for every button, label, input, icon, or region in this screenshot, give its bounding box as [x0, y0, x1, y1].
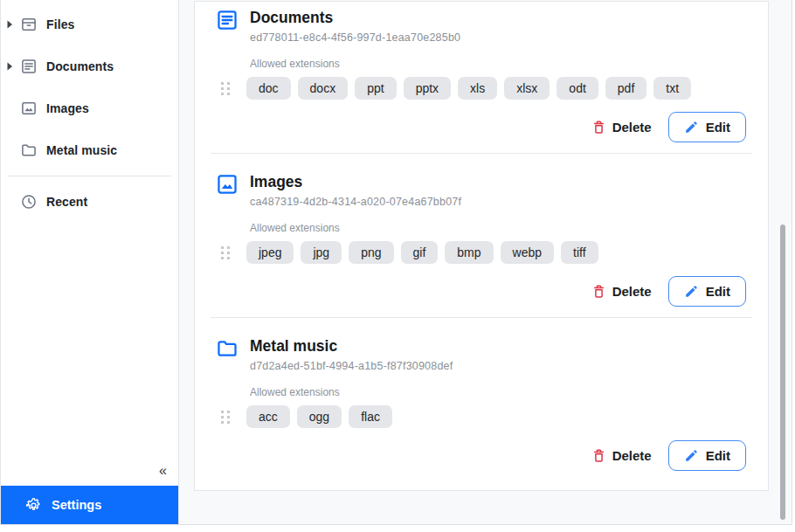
sidebar-nav: Files Documents: [1, 0, 178, 223]
extension-chip: webp: [501, 241, 554, 264]
entry-metal-music: Metal music d7d2a4ed-51bf-4994-a1b5-f87f…: [195, 318, 768, 490]
entry-title: Images: [250, 173, 461, 191]
image-icon: [216, 173, 238, 196]
image-icon: [20, 100, 38, 117]
extension-chip: jpeg: [246, 241, 294, 264]
scrollbar-thumb[interactable]: [780, 225, 785, 520]
sidebar-item-documents[interactable]: Documents: [1, 45, 178, 87]
extension-chips: docdocxpptpptxxlsxlsxodtpdftxt: [246, 77, 698, 100]
sidebar-item-label: Recent: [46, 195, 87, 209]
sidebar: Files Documents: [1, 0, 179, 524]
sidebar-item-files[interactable]: Files: [1, 3, 178, 45]
allowed-extensions-label: Allowed extensions: [250, 222, 746, 234]
entry-uuid: ed778011-e8c4-4f56-997d-1eaa70e285b0: [250, 31, 460, 44]
extension-chip: odt: [556, 77, 598, 100]
extension-chip: png: [349, 241, 393, 264]
extension-chip: ppt: [355, 77, 396, 100]
extension-chip: acc: [246, 405, 290, 428]
entry-title-block: Images ca487319-4d2b-4314-a020-07e4a67bb…: [250, 173, 461, 208]
extensions-row: docdocxpptpptxxlsxlsxodtpdftxt: [216, 77, 746, 100]
extension-chip: bmp: [445, 241, 493, 264]
entry-images: Images ca487319-4d2b-4314-a020-07e4a67bb…: [195, 154, 768, 317]
extension-chip: doc: [246, 77, 291, 100]
allowed-extensions-label: Allowed extensions: [250, 386, 746, 398]
extension-chip: tiff: [561, 241, 598, 264]
sidebar-item-label: Metal music: [46, 143, 117, 157]
settings-button-label: Settings: [52, 498, 101, 512]
clock-icon: [20, 193, 38, 211]
trash-icon: [592, 284, 605, 299]
extension-chip: xlsx: [504, 77, 550, 100]
extension-chips: jpegjpgpnggifbmpwebptiff: [246, 241, 605, 264]
extensions-row: accoggflac: [216, 405, 746, 428]
extension-chip: docx: [298, 77, 349, 100]
sidebar-item-metal-music[interactable]: Metal music: [1, 129, 178, 171]
settings-button[interactable]: Settings: [1, 486, 178, 524]
extension-chip: txt: [653, 77, 691, 100]
entry-header: Documents ed778011-e8c4-4f56-997d-1eaa70…: [216, 9, 746, 44]
tags-list-card: Documents ed778011-e8c4-4f56-997d-1eaa70…: [194, 1, 769, 491]
entry-header: Images ca487319-4d2b-4314-a020-07e4a67bb…: [216, 173, 746, 208]
sidebar-item-label: Images: [46, 101, 89, 115]
entry-actions: Delete Edit: [216, 276, 746, 317]
trash-icon: [592, 448, 605, 463]
expand-arrow-icon[interactable]: [7, 62, 20, 71]
archive-box-icon: [20, 16, 38, 33]
extension-chip: pptx: [404, 77, 451, 100]
sidebar-item-images[interactable]: Images: [1, 87, 178, 129]
delete-button-label: Delete: [612, 120, 652, 135]
delete-button[interactable]: Delete: [592, 448, 652, 463]
sidebar-item-recent[interactable]: Recent: [1, 181, 178, 223]
delete-button[interactable]: Delete: [592, 284, 652, 299]
allowed-extensions-label: Allowed extensions: [250, 58, 746, 70]
extension-chips: accoggflac: [246, 405, 399, 428]
pencil-icon: [684, 121, 698, 135]
entry-actions: Delete Edit: [216, 112, 746, 153]
extension-chip: ogg: [297, 405, 342, 428]
edit-button[interactable]: Edit: [668, 440, 746, 471]
collapse-sidebar-button[interactable]: «: [159, 464, 167, 478]
delete-button[interactable]: Delete: [592, 120, 652, 135]
document-icon: [216, 9, 238, 31]
entry-header: Metal music d7d2a4ed-51bf-4994-a1b5-f87f…: [216, 337, 746, 372]
extension-chip: pdf: [605, 77, 646, 100]
edit-button-label: Edit: [706, 284, 730, 299]
folder-icon: [216, 337, 238, 360]
sidebar-divider: [8, 176, 171, 176]
entry-title: Metal music: [250, 337, 453, 356]
entry-documents: Documents ed778011-e8c4-4f56-997d-1eaa70…: [195, 2, 768, 153]
extension-chip: flac: [349, 405, 392, 428]
trash-icon: [592, 120, 605, 135]
drag-handle-icon[interactable]: [221, 411, 230, 424]
entry-actions: Delete Edit: [216, 440, 746, 490]
extensions-row: jpegjpgpnggifbmpwebptiff: [216, 241, 746, 264]
entry-title: Documents: [250, 9, 460, 27]
delete-button-label: Delete: [612, 448, 652, 463]
extension-chip: xls: [458, 77, 497, 100]
gear-icon: [25, 497, 42, 514]
drag-handle-icon[interactable]: [221, 246, 230, 259]
extension-chip: gif: [401, 241, 439, 264]
edit-button[interactable]: Edit: [668, 276, 746, 307]
sidebar-item-label: Files: [46, 17, 74, 31]
main-content: Documents ed778011-e8c4-4f56-997d-1eaa70…: [179, 0, 792, 524]
edit-button-label: Edit: [706, 448, 730, 463]
pencil-icon: [684, 449, 698, 463]
entry-uuid: d7d2a4ed-51bf-4994-a1b5-f87f30908def: [250, 360, 453, 372]
edit-button-label: Edit: [706, 120, 730, 135]
drag-handle-icon[interactable]: [221, 82, 230, 95]
document-icon: [20, 58, 38, 75]
delete-button-label: Delete: [612, 284, 652, 299]
entry-uuid: ca487319-4d2b-4314-a020-07e4a67bb07f: [250, 196, 461, 208]
sidebar-item-label: Documents: [46, 59, 114, 73]
pencil-icon: [684, 285, 698, 299]
folder-icon: [20, 142, 38, 159]
expand-arrow-icon[interactable]: [7, 20, 20, 29]
edit-button[interactable]: Edit: [668, 112, 746, 142]
entry-title-block: Metal music d7d2a4ed-51bf-4994-a1b5-f87f…: [250, 337, 453, 372]
extension-chip: jpg: [301, 241, 342, 264]
app-window: Files Documents: [0, 0, 792, 525]
entry-title-block: Documents ed778011-e8c4-4f56-997d-1eaa70…: [250, 9, 460, 44]
